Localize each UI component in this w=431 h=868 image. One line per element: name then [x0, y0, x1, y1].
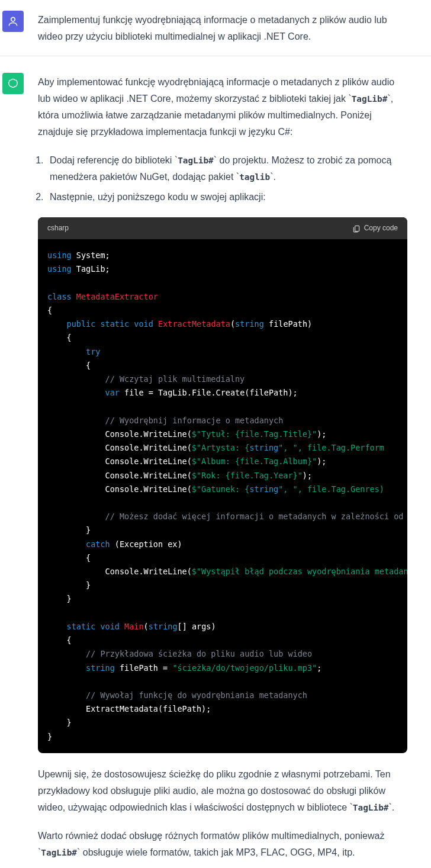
code-block: csharp Copy code using System; using Tag… — [38, 217, 407, 753]
code-header: csharp Copy code — [38, 217, 407, 239]
code-content[interactable]: using System; using TagLib; class Metada… — [38, 239, 407, 753]
assistant-content: Aby implementować funkcję wyodrębniającą… — [38, 73, 407, 868]
copy-code-button[interactable]: Copy code — [352, 222, 398, 234]
outro-paragraph-1: Upewnij się, że dostosowujesz ścieżkę do… — [38, 766, 407, 816]
intro-paragraph: Aby implementować funkcję wyodrębniającą… — [38, 74, 407, 140]
outro-paragraph-2: Warto również dodać obsługę różnych form… — [38, 828, 407, 861]
user-content: Zaimplementuj funkcję wyodrębniającą inf… — [38, 11, 407, 45]
steps-list: Dodaj referencję do biblioteki `TagLib#`… — [32, 152, 407, 205]
person-icon — [7, 15, 19, 27]
inline-code-taglib: TagLib# — [352, 94, 388, 104]
list-item: Dodaj referencję do biblioteki `TagLib#`… — [46, 152, 407, 185]
user-message: Zaimplementuj funkcję wyodrębniającą inf… — [0, 0, 431, 56]
ai-logo-icon — [7, 78, 19, 89]
svg-point-0 — [11, 17, 15, 21]
user-text: Zaimplementuj funkcję wyodrębniającą inf… — [38, 12, 407, 45]
user-avatar — [2, 11, 24, 32]
assistant-avatar — [2, 73, 24, 94]
clipboard-icon — [352, 224, 361, 233]
svg-rect-1 — [355, 226, 359, 231]
code-language-label: csharp — [47, 222, 69, 234]
list-item: Następnie, użyj poniższego kodu w swojej… — [46, 189, 407, 205]
assistant-message: Aby implementować funkcję wyodrębniającą… — [0, 56, 431, 868]
copy-code-label: Copy code — [364, 222, 398, 234]
intro-text-pre: Aby implementować funkcję wyodrębniającą… — [38, 77, 394, 104]
